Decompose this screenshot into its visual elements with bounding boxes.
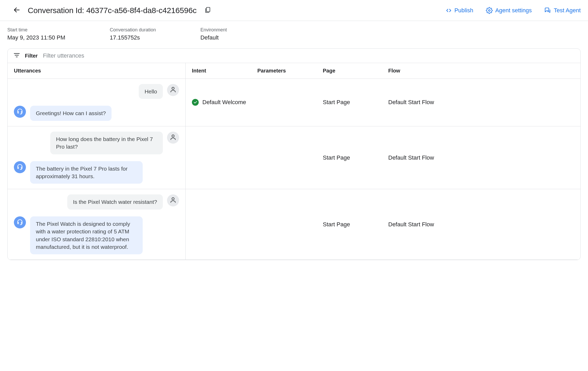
person-icon (170, 86, 176, 94)
test-agent-label: Test Agent (554, 7, 581, 14)
row-details: Start Page Default Start Flow (186, 126, 580, 189)
meta-environment-value: Default (200, 34, 227, 41)
user-bubble: Hello (139, 84, 163, 99)
col-parameters: Parameters (251, 63, 317, 78)
page-value: Start Page (317, 150, 382, 166)
person-icon (170, 196, 176, 204)
check-circle-icon (192, 99, 199, 106)
col-page: Page (317, 63, 382, 78)
chat-icon (544, 7, 551, 14)
agent-avatar (14, 161, 26, 173)
flow-value: Default Start Flow (382, 94, 580, 110)
user-message: Hello (14, 84, 179, 99)
intent-cell: Default Welcome (186, 94, 251, 110)
user-bubble: Is the Pixel Watch water resistant? (67, 194, 163, 209)
agent-message: The battery in the Pixel 7 Pro lasts for… (14, 161, 179, 184)
agent-settings-label: Agent settings (495, 7, 532, 14)
filter-bar: Filter (8, 49, 580, 63)
agent-message: Greetings! How can I assist? (14, 106, 179, 121)
utterance-cell: Is the Pixel Watch water resistant? The … (8, 189, 186, 260)
row-details: Default Welcome Start Page Default Start… (186, 79, 580, 126)
page-value: Start Page (317, 94, 382, 110)
filter-label: Filter (25, 53, 38, 59)
topbar: Conversation Id: 46377c-a56-8f4-da8-c421… (0, 0, 588, 21)
utterance-cell: Hello Greetings! How can I assist? (8, 79, 186, 126)
page-value: Start Page (317, 216, 382, 233)
intent-cell (186, 220, 251, 229)
flow-value: Default Start Flow (382, 216, 580, 233)
table-header: Utterances Intent Parameters Page Flow (8, 63, 580, 79)
agent-avatar (14, 106, 26, 118)
parameters-value (251, 153, 317, 162)
headset-icon (16, 108, 23, 116)
agent-bubble: The Pixel Watch is designed to comply wi… (30, 216, 143, 255)
filter-icon (13, 52, 20, 60)
filter-input[interactable] (42, 52, 575, 59)
publish-label: Publish (454, 7, 473, 14)
user-message: Is the Pixel Watch water resistant? (14, 194, 179, 209)
utterance-cell: How long does the battery in the Pixel 7… (8, 126, 186, 189)
parameters-value (251, 98, 317, 107)
row-details: Start Page Default Start Flow (186, 189, 580, 260)
intent-cell (186, 153, 251, 162)
user-avatar (167, 194, 179, 206)
conversation-meta: Start time May 9, 2023 11:50 PM Conversa… (0, 21, 588, 48)
meta-start-time-value: May 9, 2023 11:50 PM (7, 34, 65, 41)
col-utterances: Utterances (8, 63, 186, 78)
publish-button[interactable]: Publish (446, 7, 473, 14)
agent-bubble: Greetings! How can I assist? (30, 106, 112, 121)
agent-bubble: The battery in the Pixel 7 Pro lasts for… (30, 161, 143, 184)
user-avatar (167, 132, 179, 144)
meta-start-time-label: Start time (7, 27, 65, 33)
table-row[interactable]: How long does the battery in the Pixel 7… (8, 126, 580, 189)
svg-point-4 (172, 198, 174, 200)
meta-start-time: Start time May 9, 2023 11:50 PM (7, 27, 65, 41)
person-icon (170, 134, 176, 142)
user-bubble: How long does the battery in the Pixel 7… (50, 132, 163, 154)
code-icon (446, 7, 452, 14)
svg-point-2 (172, 87, 174, 89)
table-row[interactable]: Hello Greetings! How can I assist? (8, 79, 580, 126)
conversation-table-card: Filter Utterances Intent Parameters Page… (7, 48, 581, 260)
meta-duration: Conversation duration 17.155752s (110, 27, 156, 41)
gear-icon (486, 7, 493, 14)
headset-icon (16, 218, 23, 226)
meta-duration-label: Conversation duration (110, 27, 156, 33)
agent-message: The Pixel Watch is designed to comply wi… (14, 216, 179, 255)
test-agent-button[interactable]: Test Agent (544, 7, 581, 14)
col-intent: Intent (186, 63, 251, 78)
table-row[interactable]: Is the Pixel Watch water resistant? The … (8, 189, 580, 260)
back-button[interactable] (10, 4, 23, 17)
headset-icon (16, 163, 23, 171)
copy-id-button[interactable] (201, 4, 214, 17)
svg-point-3 (172, 135, 174, 137)
meta-environment: Environment Default (200, 27, 227, 41)
agent-avatar (14, 216, 26, 228)
copy-icon (204, 7, 211, 14)
col-flow: Flow (382, 63, 580, 78)
user-message: How long does the battery in the Pixel 7… (14, 132, 179, 154)
intent-value: Default Welcome (202, 99, 246, 106)
user-avatar (167, 84, 179, 96)
flow-value: Default Start Flow (382, 150, 580, 166)
meta-environment-label: Environment (200, 27, 227, 33)
agent-settings-button[interactable]: Agent settings (486, 7, 532, 14)
meta-duration-value: 17.155752s (110, 34, 156, 41)
parameters-value (251, 220, 317, 229)
svg-point-1 (489, 9, 490, 11)
svg-rect-0 (206, 7, 210, 12)
arrow-left-icon (13, 6, 20, 15)
page-title: Conversation Id: 46377c-a56-8f4-da8-c421… (28, 6, 197, 15)
